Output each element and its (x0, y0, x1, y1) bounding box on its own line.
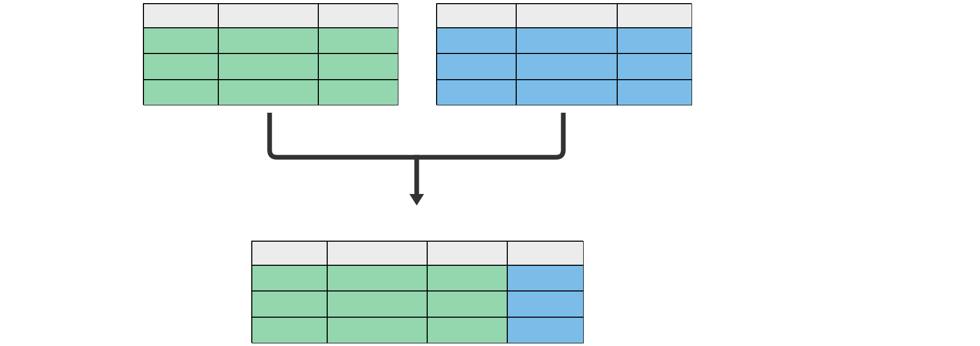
table-header-cell (327, 241, 427, 265)
merge-arrow-icon (249, 107, 584, 211)
table-body-cell (437, 28, 516, 53)
table-body-cell (516, 80, 617, 105)
table-header-cell (218, 4, 318, 28)
table-body-cell (218, 80, 318, 105)
table-body-cell (143, 28, 218, 53)
table-header-cell (427, 241, 507, 265)
table-body-cell (252, 265, 327, 291)
table-body-cell (143, 53, 218, 80)
table-body-cell (218, 28, 318, 53)
table-body-cell (516, 53, 617, 80)
table-body-cell (437, 80, 516, 105)
svg-marker-0 (409, 194, 424, 206)
table-body-cell (318, 53, 398, 80)
table-body-cell (218, 53, 318, 80)
table-body-cell (327, 291, 427, 317)
table-body-cell (507, 265, 584, 291)
table-header-cell (437, 4, 516, 28)
table-body-cell (427, 291, 507, 317)
table-body-cell (427, 317, 507, 343)
table-body-cell (252, 291, 327, 317)
table-header-cell (252, 241, 327, 265)
table-body-cell (327, 265, 427, 291)
result-table (251, 241, 583, 343)
table-body-cell (143, 80, 218, 105)
table-body-cell (427, 265, 507, 291)
table-header-cell (507, 241, 584, 265)
table-body-cell (507, 317, 584, 343)
table-body-cell (318, 28, 398, 53)
table-body-cell (252, 317, 327, 343)
diagram-stage (0, 0, 980, 346)
table-body-cell (516, 28, 617, 53)
table-body-cell (617, 80, 692, 105)
table-header-cell (617, 4, 692, 28)
table-header-cell (516, 4, 617, 28)
table-body-cell (327, 317, 427, 343)
table-body-cell (437, 53, 516, 80)
source-table-right (436, 3, 692, 105)
table-header-cell (143, 4, 218, 28)
table-body-cell (318, 80, 398, 105)
source-table-left (143, 3, 398, 105)
table-body-cell (617, 53, 692, 80)
table-body-cell (507, 291, 584, 317)
table-body-cell (617, 28, 692, 53)
table-header-cell (318, 4, 398, 28)
